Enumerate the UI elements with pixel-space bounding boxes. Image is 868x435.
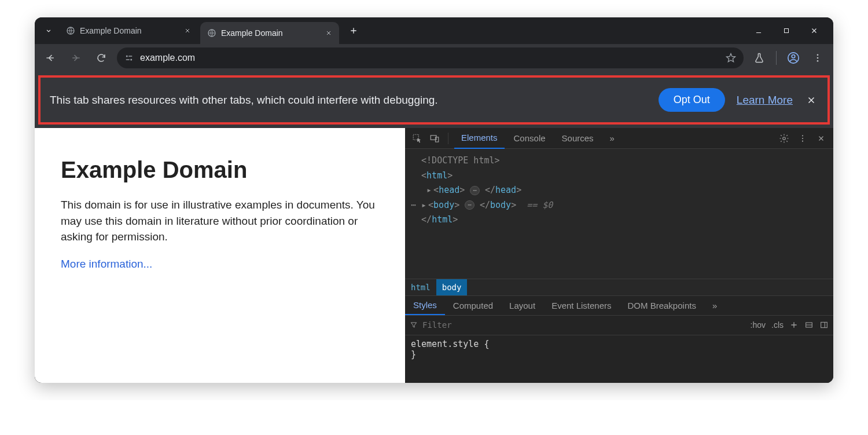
styles-tab-dom-breakpoints[interactable]: DOM Breakpoints bbox=[620, 296, 704, 315]
devtools-tab-sources[interactable]: Sources bbox=[555, 128, 601, 149]
reload-button[interactable] bbox=[91, 48, 111, 68]
hov-toggle[interactable]: :hov bbox=[751, 320, 766, 330]
style-rule-close: } bbox=[411, 349, 827, 360]
close-icon bbox=[325, 30, 332, 36]
svg-rect-18 bbox=[821, 322, 827, 327]
styles-tab-events[interactable]: Event Listeners bbox=[543, 296, 619, 315]
styles-filter-bar: :hov .cls bbox=[405, 316, 833, 335]
page-content: Example Domain This domain is for use in… bbox=[35, 128, 405, 383]
devtools-tab-more[interactable]: » bbox=[603, 128, 621, 149]
styles-tab-more[interactable]: » bbox=[704, 296, 725, 315]
profile-button[interactable] bbox=[784, 48, 803, 68]
dom-doctype[interactable]: <!DOCTYPE html> bbox=[411, 153, 827, 169]
new-style-rule-button[interactable] bbox=[789, 320, 799, 330]
menu-button[interactable] bbox=[808, 48, 827, 68]
tab-title: Example Domain bbox=[80, 26, 178, 35]
url-input[interactable] bbox=[140, 53, 719, 63]
device-toolbar-button[interactable] bbox=[427, 131, 442, 146]
info-bar-container: This tab shares resources with other tab… bbox=[35, 72, 833, 128]
info-bar-close-button[interactable] bbox=[804, 93, 818, 107]
kebab-icon bbox=[812, 53, 823, 63]
separator bbox=[448, 133, 448, 144]
back-button[interactable] bbox=[41, 48, 60, 68]
svg-point-4 bbox=[130, 59, 132, 61]
info-bar-message: This tab shares resources with other tab… bbox=[50, 94, 647, 107]
minimize-button[interactable] bbox=[750, 22, 767, 39]
tab-inactive[interactable]: Example Domain bbox=[59, 20, 198, 42]
chevron-down-icon bbox=[45, 27, 53, 35]
content-area: Example Domain This domain is for use in… bbox=[35, 128, 833, 383]
styles-filter-input[interactable] bbox=[422, 320, 746, 330]
device-icon bbox=[429, 133, 440, 144]
svg-point-9 bbox=[817, 60, 819, 62]
tab-close-button[interactable] bbox=[324, 28, 333, 38]
svg-point-15 bbox=[802, 137, 803, 138]
maximize-button[interactable] bbox=[778, 22, 795, 39]
more-information-link[interactable]: More information... bbox=[61, 258, 152, 270]
breadcrumb-body[interactable]: body bbox=[436, 279, 468, 295]
tab-active[interactable]: Example Domain bbox=[200, 22, 339, 44]
close-window-button[interactable] bbox=[806, 22, 823, 39]
dom-head[interactable]: ▸<head> ⋯ </head> bbox=[411, 183, 827, 198]
plus-icon bbox=[789, 320, 799, 330]
plus-icon bbox=[349, 26, 358, 35]
omnibox[interactable] bbox=[117, 47, 744, 68]
tab-close-button[interactable] bbox=[183, 26, 192, 35]
forward-button[interactable] bbox=[66, 48, 86, 68]
star-icon[interactable] bbox=[725, 52, 737, 64]
styles-tab-styles[interactable]: Styles bbox=[405, 296, 445, 315]
reload-icon bbox=[96, 53, 106, 63]
close-icon bbox=[817, 134, 825, 142]
devtools-tab-console[interactable]: Console bbox=[507, 128, 553, 149]
divider bbox=[776, 51, 777, 65]
flexbox-overlay-button[interactable] bbox=[804, 320, 814, 330]
flask-icon bbox=[753, 52, 765, 64]
dom-breadcrumb: html body bbox=[405, 279, 833, 296]
close-icon bbox=[806, 95, 816, 105]
page-paragraph: This domain is for use in illustrative e… bbox=[61, 197, 379, 245]
styles-tab-computed[interactable]: Computed bbox=[445, 296, 501, 315]
tab-strip: Example Domain Example Domain bbox=[35, 17, 833, 44]
opt-out-button[interactable]: Opt Out bbox=[659, 88, 725, 112]
devtools-tab-elements[interactable]: Elements bbox=[454, 128, 505, 149]
info-bar: This tab shares resources with other tab… bbox=[38, 75, 830, 125]
labs-button[interactable] bbox=[749, 48, 769, 68]
browser-window: Example Domain Example Domain bbox=[35, 17, 833, 383]
styles-tabs: Styles Computed Layout Event Listeners D… bbox=[405, 296, 833, 316]
svg-point-3 bbox=[126, 56, 128, 57]
arrow-right-icon bbox=[70, 52, 82, 64]
styles-tab-layout[interactable]: Layout bbox=[501, 296, 543, 315]
svg-point-13 bbox=[783, 137, 786, 140]
dom-body[interactable]: ⋯ ▸<body> ⋯ </body> == $0 bbox=[411, 198, 827, 213]
devtools-toolbar: Elements Console Sources » bbox=[405, 128, 833, 149]
flex-icon bbox=[804, 320, 814, 330]
devtools-settings-button[interactable] bbox=[777, 131, 792, 146]
inspect-element-button[interactable] bbox=[410, 131, 425, 146]
tab-search-button[interactable] bbox=[41, 23, 57, 39]
new-tab-button[interactable] bbox=[345, 22, 362, 39]
devtools-close-button[interactable] bbox=[814, 131, 829, 146]
dom-html-open[interactable]: <html> bbox=[411, 169, 827, 184]
svg-rect-2 bbox=[785, 29, 789, 33]
cls-toggle[interactable]: .cls bbox=[771, 320, 784, 330]
computed-sidebar-button[interactable] bbox=[819, 320, 829, 330]
svg-point-16 bbox=[802, 140, 803, 141]
window-controls bbox=[750, 22, 827, 39]
globe-icon bbox=[207, 28, 216, 38]
toolbar-right bbox=[749, 48, 827, 68]
arrow-left-icon bbox=[45, 52, 56, 64]
svg-point-14 bbox=[802, 135, 803, 136]
svg-point-6 bbox=[792, 55, 795, 59]
devtools-menu-button[interactable] bbox=[795, 131, 810, 146]
toolbar bbox=[35, 44, 833, 72]
close-icon bbox=[810, 27, 818, 35]
svg-point-7 bbox=[817, 54, 819, 56]
breadcrumb-html[interactable]: html bbox=[405, 279, 436, 295]
globe-icon bbox=[66, 26, 75, 35]
styles-body[interactable]: element.style { } bbox=[405, 335, 833, 363]
dom-html-close[interactable]: </html> bbox=[411, 213, 827, 228]
dom-tree[interactable]: <!DOCTYPE html> <html> ▸<head> ⋯ </head>… bbox=[405, 149, 833, 279]
learn-more-link[interactable]: Learn More bbox=[737, 94, 793, 107]
site-settings-icon[interactable] bbox=[124, 53, 134, 63]
maximize-icon bbox=[783, 27, 790, 34]
